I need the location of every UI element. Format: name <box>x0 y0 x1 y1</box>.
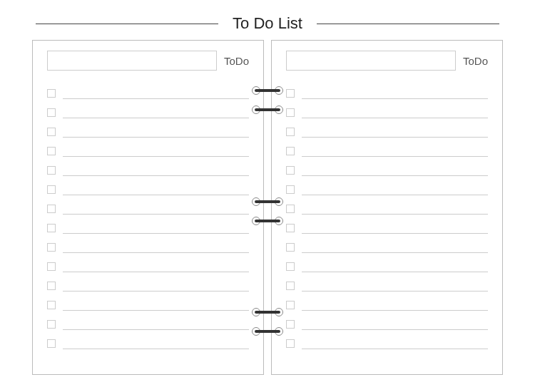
list-item <box>286 103 488 122</box>
todo-checkbox[interactable] <box>47 262 56 271</box>
header-rule-right <box>317 24 499 24</box>
list-item <box>286 276 488 295</box>
list-item <box>47 295 249 314</box>
todo-text-input[interactable] <box>63 107 249 118</box>
todo-checkbox[interactable] <box>47 128 56 136</box>
left-todo-label: ToDo <box>224 55 249 67</box>
todo-text-input[interactable] <box>302 145 488 157</box>
list-item <box>47 141 249 160</box>
todo-checkbox[interactable] <box>47 224 56 232</box>
todo-checkbox[interactable] <box>286 282 295 290</box>
todo-text-input[interactable] <box>302 165 488 176</box>
todo-text-input[interactable] <box>302 319 488 330</box>
list-item <box>47 276 249 295</box>
todo-checkbox[interactable] <box>47 108 56 117</box>
todo-text-input[interactable] <box>302 261 488 272</box>
todo-checkbox[interactable] <box>286 262 295 271</box>
page-title: To Do List <box>233 14 302 33</box>
todo-checkbox[interactable] <box>286 128 295 136</box>
todo-text-input[interactable] <box>63 299 249 311</box>
todo-text-input[interactable] <box>302 184 488 195</box>
todo-checkbox[interactable] <box>286 339 295 348</box>
list-item <box>286 237 488 257</box>
todo-checkbox[interactable] <box>286 108 295 117</box>
todo-text-input[interactable] <box>63 88 249 99</box>
list-item <box>47 237 249 257</box>
todo-checkbox[interactable] <box>47 320 56 329</box>
list-item <box>286 180 488 199</box>
todo-text-input[interactable] <box>63 126 249 138</box>
list-item <box>286 83 488 103</box>
right-todo-label: ToDo <box>463 55 488 67</box>
todo-checkbox[interactable] <box>47 89 56 98</box>
todo-text-input[interactable] <box>302 203 488 215</box>
todo-checkbox[interactable] <box>286 301 295 309</box>
list-item <box>286 141 488 160</box>
todo-checkbox[interactable] <box>286 89 295 98</box>
todo-text-input[interactable] <box>63 165 249 176</box>
todo-checkbox[interactable] <box>47 147 56 155</box>
notebook: ToDo ToDo <box>32 40 503 375</box>
left-page: ToDo <box>32 40 264 375</box>
todo-text-input[interactable] <box>63 261 249 272</box>
left-page-header: ToDo <box>47 51 249 71</box>
page-header: To Do List <box>0 0 535 40</box>
list-item <box>47 218 249 237</box>
header-rule-left <box>36 24 218 24</box>
todo-checkbox[interactable] <box>47 282 56 290</box>
todo-checkbox[interactable] <box>47 205 56 213</box>
list-item <box>286 218 488 237</box>
list-item <box>286 257 488 276</box>
todo-text-input[interactable] <box>302 280 488 292</box>
todo-text-input[interactable] <box>63 184 249 195</box>
list-item <box>47 122 249 141</box>
left-title-input[interactable] <box>47 51 217 71</box>
list-item <box>47 199 249 218</box>
list-item <box>47 160 249 180</box>
right-page: ToDo <box>271 40 503 375</box>
todo-checkbox[interactable] <box>286 147 295 155</box>
list-item <box>286 199 488 218</box>
todo-text-input[interactable] <box>302 107 488 118</box>
todo-text-input[interactable] <box>63 242 249 253</box>
todo-text-input[interactable] <box>302 88 488 99</box>
todo-checkbox[interactable] <box>286 224 295 232</box>
todo-text-input[interactable] <box>63 145 249 157</box>
right-title-input[interactable] <box>286 51 456 71</box>
list-item <box>286 295 488 314</box>
todo-text-input[interactable] <box>63 319 249 330</box>
todo-text-input[interactable] <box>302 126 488 138</box>
todo-checkbox[interactable] <box>286 205 295 213</box>
todo-checkbox[interactable] <box>47 166 56 175</box>
list-item <box>286 122 488 141</box>
list-item <box>47 103 249 122</box>
list-item <box>47 180 249 199</box>
list-item <box>286 314 488 334</box>
list-item <box>47 83 249 103</box>
todo-checkbox[interactable] <box>47 243 56 252</box>
todo-text-input[interactable] <box>302 299 488 311</box>
right-rows <box>286 83 488 353</box>
list-item <box>47 257 249 276</box>
todo-checkbox[interactable] <box>286 185 295 194</box>
list-item <box>286 160 488 180</box>
list-item <box>286 334 488 353</box>
todo-checkbox[interactable] <box>286 243 295 252</box>
list-item <box>47 334 249 353</box>
todo-text-input[interactable] <box>63 203 249 215</box>
right-page-header: ToDo <box>286 51 488 71</box>
todo-checkbox[interactable] <box>47 185 56 194</box>
todo-text-input[interactable] <box>302 338 488 349</box>
left-rows <box>47 83 249 353</box>
todo-text-input[interactable] <box>302 222 488 234</box>
todo-text-input[interactable] <box>63 338 249 349</box>
list-item <box>47 314 249 334</box>
todo-checkbox[interactable] <box>286 320 295 329</box>
todo-text-input[interactable] <box>63 280 249 292</box>
todo-text-input[interactable] <box>63 222 249 234</box>
todo-text-input[interactable] <box>302 242 488 253</box>
todo-checkbox[interactable] <box>47 339 56 348</box>
todo-checkbox[interactable] <box>286 166 295 175</box>
todo-checkbox[interactable] <box>47 301 56 309</box>
